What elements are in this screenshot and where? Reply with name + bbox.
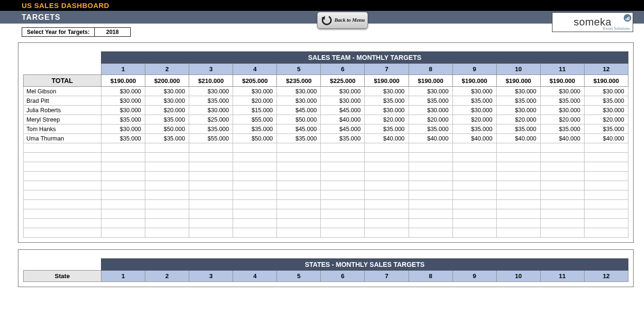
target-cell[interactable] <box>409 190 452 200</box>
target-cell[interactable]: $55.000 <box>233 115 277 124</box>
target-cell[interactable] <box>101 181 145 190</box>
target-cell[interactable] <box>540 172 584 181</box>
target-cell[interactable]: $20.000 <box>496 115 540 124</box>
target-cell[interactable] <box>584 228 628 238</box>
target-cell[interactable]: $35.000 <box>584 96 628 106</box>
target-cell[interactable] <box>584 200 628 209</box>
person-name-cell[interactable] <box>24 181 101 190</box>
person-name-cell[interactable]: Meryl Streep <box>24 115 101 124</box>
target-cell[interactable] <box>101 143 145 153</box>
target-cell[interactable] <box>321 172 365 181</box>
person-name-cell[interactable] <box>24 209 101 219</box>
person-name-cell[interactable] <box>24 143 101 153</box>
target-cell[interactable] <box>452 228 496 238</box>
target-cell[interactable] <box>452 162 496 172</box>
target-cell[interactable] <box>321 219 365 228</box>
target-cell[interactable] <box>277 143 321 153</box>
target-cell[interactable]: $30.000 <box>540 106 584 115</box>
target-cell[interactable] <box>145 209 189 219</box>
target-cell[interactable] <box>145 153 189 162</box>
target-cell[interactable] <box>540 162 584 172</box>
target-cell[interactable] <box>409 181 452 190</box>
person-name-cell[interactable]: Tom Hanks <box>24 124 101 134</box>
target-cell[interactable]: $40.000 <box>409 134 452 143</box>
target-cell[interactable] <box>321 209 365 219</box>
target-cell[interactable] <box>101 219 145 228</box>
target-cell[interactable] <box>365 143 409 153</box>
target-cell[interactable]: $30.000 <box>277 87 321 96</box>
target-cell[interactable]: $45.000 <box>321 124 365 134</box>
target-cell[interactable] <box>101 228 145 238</box>
target-cell[interactable] <box>145 228 189 238</box>
target-cell[interactable]: $20.000 <box>584 115 628 124</box>
target-cell[interactable]: $30.000 <box>540 87 584 96</box>
person-name-cell[interactable] <box>24 219 101 228</box>
target-cell[interactable] <box>277 172 321 181</box>
target-cell[interactable] <box>233 219 277 228</box>
target-cell[interactable] <box>233 181 277 190</box>
target-cell[interactable] <box>496 219 540 228</box>
target-cell[interactable] <box>365 228 409 238</box>
target-cell[interactable] <box>365 209 409 219</box>
target-cell[interactable]: $30.000 <box>233 87 277 96</box>
target-cell[interactable] <box>189 200 233 209</box>
target-cell[interactable] <box>233 153 277 162</box>
target-cell[interactable] <box>189 181 233 190</box>
target-cell[interactable] <box>101 209 145 219</box>
target-cell[interactable] <box>496 153 540 162</box>
target-cell[interactable] <box>189 143 233 153</box>
target-cell[interactable]: $40.000 <box>496 134 540 143</box>
target-cell[interactable]: $35.000 <box>145 134 189 143</box>
target-cell[interactable] <box>496 200 540 209</box>
target-cell[interactable] <box>321 153 365 162</box>
target-cell[interactable]: $30.000 <box>584 87 628 96</box>
target-cell[interactable] <box>452 172 496 181</box>
target-cell[interactable] <box>452 200 496 209</box>
target-cell[interactable] <box>540 228 584 238</box>
target-cell[interactable] <box>496 228 540 238</box>
target-cell[interactable] <box>277 228 321 238</box>
target-cell[interactable] <box>145 190 189 200</box>
target-cell[interactable]: $35.000 <box>540 124 584 134</box>
target-cell[interactable] <box>189 153 233 162</box>
target-cell[interactable]: $55.000 <box>189 134 233 143</box>
back-to-menu-button[interactable]: Back to Menu <box>317 12 368 29</box>
target-cell[interactable] <box>496 172 540 181</box>
person-name-cell[interactable] <box>24 162 101 172</box>
target-cell[interactable] <box>189 190 233 200</box>
target-cell[interactable]: $20.000 <box>452 115 496 124</box>
target-cell[interactable]: $35.000 <box>409 96 452 106</box>
target-cell[interactable]: $30.000 <box>145 96 189 106</box>
person-name-cell[interactable] <box>24 228 101 238</box>
target-cell[interactable]: $30.000 <box>145 87 189 96</box>
target-cell[interactable] <box>101 162 145 172</box>
target-cell[interactable] <box>409 209 452 219</box>
target-cell[interactable]: $20.000 <box>233 96 277 106</box>
target-cell[interactable] <box>540 181 584 190</box>
target-cell[interactable]: $35.000 <box>101 134 145 143</box>
target-cell[interactable] <box>321 190 365 200</box>
target-cell[interactable]: $50.000 <box>277 115 321 124</box>
target-cell[interactable]: $20.000 <box>145 106 189 115</box>
target-cell[interactable] <box>233 143 277 153</box>
target-cell[interactable] <box>496 143 540 153</box>
target-cell[interactable]: $35.000 <box>584 124 628 134</box>
target-cell[interactable] <box>452 153 496 162</box>
target-cell[interactable] <box>409 200 452 209</box>
target-cell[interactable] <box>101 172 145 181</box>
target-cell[interactable]: $30.000 <box>321 96 365 106</box>
person-name-cell[interactable] <box>24 172 101 181</box>
target-cell[interactable]: $50.000 <box>233 134 277 143</box>
target-cell[interactable] <box>233 200 277 209</box>
target-cell[interactable]: $20.000 <box>540 115 584 124</box>
target-cell[interactable]: $35.000 <box>452 124 496 134</box>
target-cell[interactable] <box>189 228 233 238</box>
target-cell[interactable] <box>145 200 189 209</box>
target-cell[interactable] <box>277 162 321 172</box>
target-cell[interactable]: $35.000 <box>409 124 452 134</box>
target-cell[interactable]: $35.000 <box>452 96 496 106</box>
target-cell[interactable] <box>101 190 145 200</box>
target-cell[interactable]: $45.000 <box>277 124 321 134</box>
target-cell[interactable]: $45.000 <box>277 106 321 115</box>
target-cell[interactable] <box>540 200 584 209</box>
